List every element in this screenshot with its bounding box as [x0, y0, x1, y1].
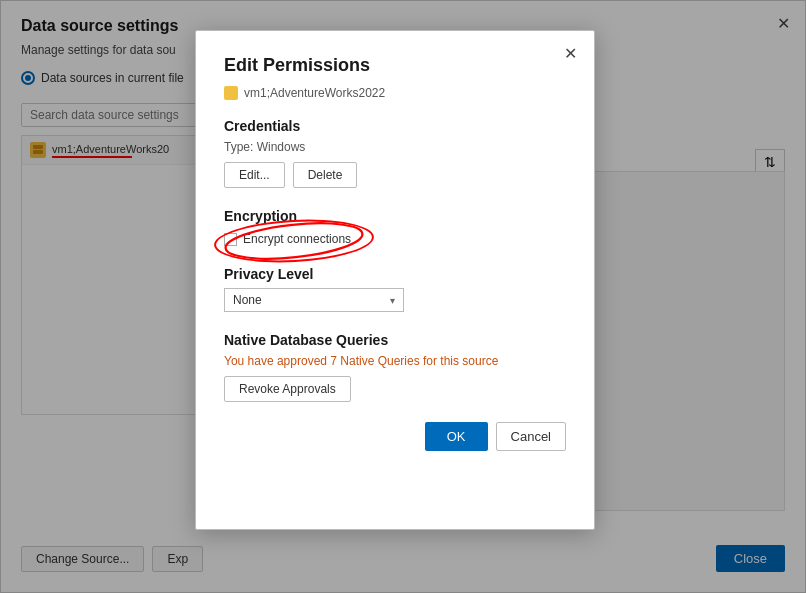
modal-db-icon	[224, 86, 238, 100]
ok-button[interactable]: OK	[425, 422, 488, 451]
native-queries-title: Native Database Queries	[224, 332, 566, 348]
chevron-down-icon: ▾	[390, 295, 395, 306]
native-queries-section: Native Database Queries You have approve…	[224, 332, 566, 402]
encrypt-label: Encrypt connections	[243, 232, 351, 246]
modal-close-button[interactable]: ✕	[558, 41, 582, 65]
cancel-button[interactable]: Cancel	[496, 422, 566, 451]
modal-datasource: vm1;AdventureWorks2022	[224, 86, 566, 100]
encrypt-connections-row[interactable]: Encrypt connections	[224, 232, 566, 246]
modal-datasource-name: vm1;AdventureWorks2022	[244, 86, 385, 100]
encrypt-checkbox[interactable]	[224, 233, 237, 246]
revoke-approvals-button[interactable]: Revoke Approvals	[224, 376, 351, 402]
privacy-selected: None	[233, 293, 262, 307]
edit-button[interactable]: Edit...	[224, 162, 285, 188]
privacy-dropdown[interactable]: None ▾	[224, 288, 404, 312]
modal-footer: OK Cancel	[224, 422, 566, 451]
credentials-section: Credentials Type: Windows Edit... Delete	[224, 118, 566, 188]
encryption-section: Encryption Encrypt connections	[224, 208, 566, 246]
privacy-section: Privacy Level None ▾	[224, 266, 566, 312]
modal-title: Edit Permissions	[224, 55, 566, 76]
credentials-buttons: Edit... Delete	[224, 162, 566, 188]
native-queries-subtitle: You have approved 7 Native Queries for t…	[224, 354, 566, 368]
delete-button[interactable]: Delete	[293, 162, 358, 188]
credentials-type: Type: Windows	[224, 140, 566, 154]
privacy-title: Privacy Level	[224, 266, 566, 282]
credentials-title: Credentials	[224, 118, 566, 134]
edit-permissions-modal: ✕ Edit Permissions vm1;AdventureWorks202…	[195, 30, 595, 530]
encryption-title: Encryption	[224, 208, 566, 224]
